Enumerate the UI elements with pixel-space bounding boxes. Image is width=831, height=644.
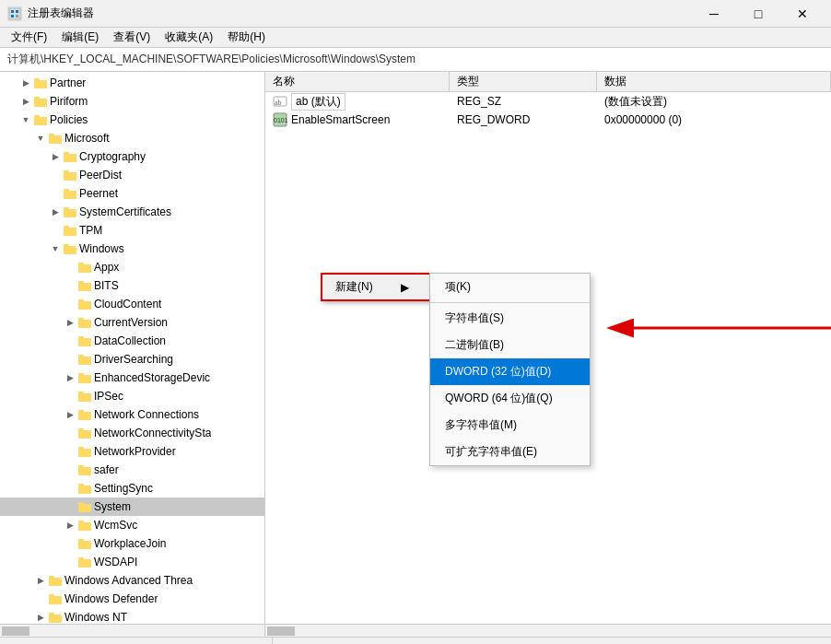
toggle-enhancedstorage[interactable] <box>63 370 77 385</box>
menu-favorites[interactable]: 收藏夹(A) <box>158 28 220 47</box>
tree-item-ipsec[interactable]: IPSec <box>0 387 264 405</box>
table-row[interactable]: ab ab (默认) REG_SZ (数值未设置) <box>265 92 831 111</box>
tree-item-wcmsvc[interactable]: WcmSvc <box>0 516 264 534</box>
submenu-item-expandstring[interactable]: 可扩充字符串值(E) <box>430 439 590 465</box>
tree-item-tpm[interactable]: TPM <box>0 221 264 240</box>
svg-rect-43 <box>78 430 91 439</box>
tree-label-settingsync: SettingSync <box>94 482 153 495</box>
toggle-wcmsvc[interactable] <box>63 518 77 533</box>
folder-icon-windowsnt <box>48 610 63 624</box>
menu-view[interactable]: 查看(V) <box>106 28 158 47</box>
tree-item-cloudcontent[interactable]: CloudContent <box>0 295 264 313</box>
toggle-systemcerts[interactable] <box>48 205 63 219</box>
svg-rect-58 <box>78 557 84 560</box>
tree-label-workplacejoin: WorkplaceJoin <box>94 537 166 550</box>
tree-item-microsoft[interactable]: Microsoft <box>0 129 264 147</box>
submenu-divider <box>430 302 590 303</box>
svg-rect-45 <box>78 449 91 457</box>
minimize-button[interactable]: ─ <box>693 0 735 28</box>
tree-label-wsdapi: WSDAPI <box>94 556 137 568</box>
svg-rect-15 <box>64 172 76 181</box>
tree-pane: Partner Piriform Policies <box>0 72 265 624</box>
svg-rect-3 <box>11 15 14 18</box>
tree-item-piriform[interactable]: Piriform <box>0 92 264 111</box>
tree-item-windowsadvancedthrea[interactable]: Windows Advanced Threa <box>0 571 264 590</box>
ab-icon: ab <box>273 94 287 109</box>
toggle-windows[interactable] <box>48 241 63 256</box>
toggle-networkconnections[interactable] <box>63 407 77 422</box>
right-scrollbar[interactable] <box>265 625 831 637</box>
tree-item-driversearching[interactable]: DriverSearching <box>0 350 264 369</box>
tree-label-networkconnections: Network Connections <box>94 408 199 421</box>
menu-edit[interactable]: 编辑(E) <box>54 28 106 47</box>
close-button[interactable]: ✕ <box>781 0 824 28</box>
toggle-windowsnt[interactable] <box>33 610 48 624</box>
tree-item-policies[interactable]: Policies <box>0 111 264 129</box>
tree-item-partner[interactable]: Partner <box>0 74 264 92</box>
tree-item-windowsdefender[interactable]: Windows Defender <box>0 590 264 608</box>
toggle-windowsadvancedthrea[interactable] <box>33 573 48 588</box>
tree-item-peernet[interactable]: Peernet <box>0 184 264 203</box>
left-scrollbar[interactable] <box>0 625 265 637</box>
svg-rect-27 <box>78 283 91 291</box>
tree-item-windowsnt[interactable]: Windows NT <box>0 608 264 624</box>
tree-scroll[interactable]: Partner Piriform Policies <box>0 72 264 624</box>
tree-item-system[interactable]: System <box>0 498 264 516</box>
toggle-partner[interactable] <box>18 76 33 90</box>
tree-item-safer[interactable]: safer <box>0 461 264 479</box>
svg-rect-38 <box>78 373 84 376</box>
svg-rect-13 <box>64 154 76 162</box>
submenu-item-qword[interactable]: QWORD (64 位)值(Q) <box>430 385 590 412</box>
tree-label-windows: Windows <box>79 242 124 255</box>
tree-item-windows[interactable]: Windows <box>0 240 264 258</box>
svg-rect-19 <box>64 209 76 217</box>
toggle-cryptography[interactable] <box>48 149 63 164</box>
tree-item-peerdist[interactable]: PeerDist <box>0 166 264 184</box>
tree-label-cloudcontent: CloudContent <box>94 298 161 310</box>
folder-icon-driversearching <box>77 352 92 367</box>
submenu-item-dword[interactable]: DWORD (32 位)值(D) <box>430 358 590 385</box>
toggle-microsoft[interactable] <box>33 131 48 146</box>
toggle-policies[interactable] <box>18 112 33 127</box>
tree-item-networkconnectivitysta[interactable]: NetworkConnectivitySta <box>0 424 264 442</box>
window-title: 注册表编辑器 <box>28 6 94 21</box>
new-button[interactable]: 新建(N) ▶ <box>321 273 431 301</box>
title-bar: 注册表编辑器 ─ □ ✕ <box>0 0 831 28</box>
svg-rect-26 <box>78 263 84 265</box>
submenu-item-binary[interactable]: 二进制值(B) <box>430 332 590 358</box>
submenu-item-multistring[interactable]: 多字符串值(M) <box>430 412 590 439</box>
tree-item-cryptography[interactable]: Cryptography <box>0 147 264 166</box>
folder-icon-systemcerts <box>63 205 77 219</box>
tree-item-workplacejoin[interactable]: WorkplaceJoin <box>0 534 264 553</box>
tree-item-networkconnections[interactable]: Network Connections <box>0 405 264 424</box>
table-row[interactable]: 0101 EnableSmartScreen REG_DWORD 0x00000… <box>265 111 831 129</box>
maximize-button[interactable]: □ <box>737 0 779 28</box>
svg-rect-25 <box>78 264 91 273</box>
tree-item-settingsync[interactable]: SettingSync <box>0 479 264 498</box>
tree-item-datacollection[interactable]: DataCollection <box>0 332 264 350</box>
column-data[interactable]: 数据 <box>597 72 831 91</box>
tree-item-bits[interactable]: BITS <box>0 276 264 295</box>
svg-rect-32 <box>78 318 84 321</box>
submenu-item-k[interactable]: 项(K) <box>430 274 590 300</box>
column-name[interactable]: 名称 <box>265 72 450 91</box>
tree-label-windowsadvancedthrea: Windows Advanced Threa <box>64 574 193 587</box>
svg-rect-33 <box>78 338 91 346</box>
h-scroll-thumb-right[interactable] <box>267 626 295 636</box>
column-type[interactable]: 类型 <box>450 72 597 91</box>
menu-help[interactable]: 帮助(H) <box>220 28 273 47</box>
tree-item-wsdapi[interactable]: WSDAPI <box>0 553 264 571</box>
svg-rect-20 <box>64 207 69 210</box>
h-scroll-thumb-left[interactable] <box>2 626 29 636</box>
toggle-piriform[interactable] <box>18 94 33 109</box>
tree-item-networkprovider[interactable]: NetworkProvider <box>0 442 264 461</box>
submenu-item-string[interactable]: 字符串值(S) <box>430 305 590 332</box>
tree-item-currentversion[interactable]: CurrentVersion <box>0 313 264 332</box>
menu-file[interactable]: 文件(F) <box>4 28 54 47</box>
tree-item-enhancedstorage[interactable]: EnhancedStorageDevic <box>0 369 264 387</box>
toggle-currentversion[interactable] <box>63 315 77 330</box>
folder-icon-partner <box>33 76 48 90</box>
column-data-label: 数据 <box>604 74 626 89</box>
tree-item-appx[interactable]: Appx <box>0 258 264 276</box>
tree-item-systemcertificates[interactable]: SystemCertificates <box>0 203 264 221</box>
